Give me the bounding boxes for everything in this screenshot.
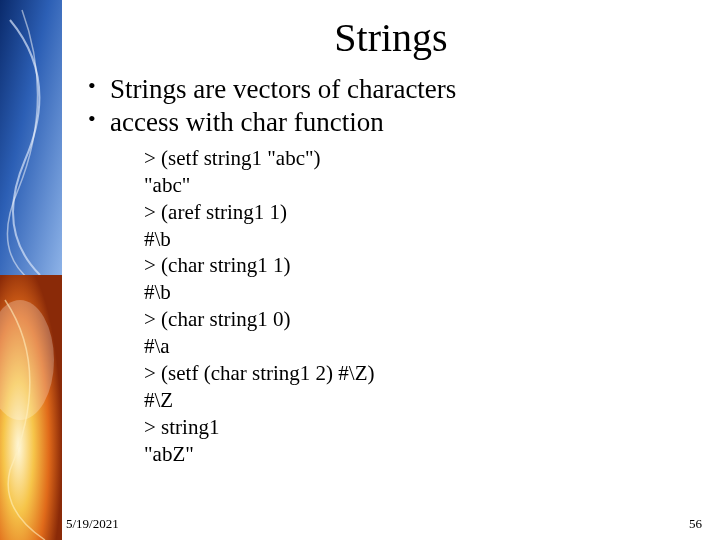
code-line: > (aref string1 1) — [144, 200, 287, 224]
code-line: > string1 — [144, 415, 219, 439]
code-line: #\b — [144, 227, 171, 251]
bullet-list: Strings are vectors of characters access… — [84, 73, 700, 139]
code-line: #\b — [144, 280, 171, 304]
footer-date: 5/19/2021 — [66, 516, 119, 532]
code-line: #\Z — [144, 388, 173, 412]
code-block: > (setf string1 "abc") "abc" > (aref str… — [144, 145, 700, 468]
code-line: > (setf (char string1 2) #\Z) — [144, 361, 375, 385]
bullet-item: Strings are vectors of characters — [84, 73, 700, 106]
code-line: "abc" — [144, 173, 190, 197]
code-line: > (char string1 1) — [144, 253, 291, 277]
code-line: #\a — [144, 334, 170, 358]
footer-page-number: 56 — [689, 516, 702, 532]
slide-title: Strings — [82, 14, 700, 61]
code-line: > (setf string1 "abc") — [144, 146, 321, 170]
decorative-sidebar — [0, 0, 62, 540]
code-line: "abZ" — [144, 442, 194, 466]
code-line: > (char string1 0) — [144, 307, 291, 331]
bullet-item: access with char function — [84, 106, 700, 139]
slide-content: Strings Strings are vectors of character… — [62, 0, 720, 540]
